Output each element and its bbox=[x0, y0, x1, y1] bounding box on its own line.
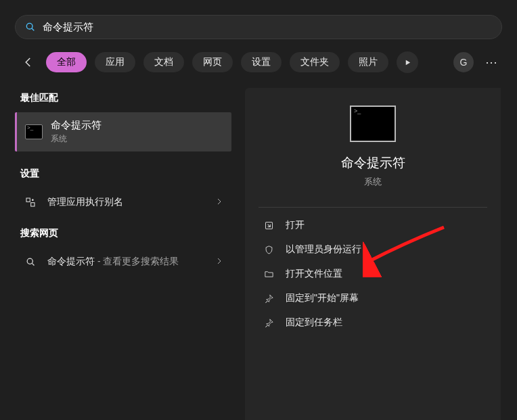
preview-title: 命令提示符 bbox=[258, 154, 487, 172]
back-button[interactable] bbox=[19, 53, 38, 72]
divider bbox=[258, 207, 487, 208]
best-match-item[interactable]: 命令提示符 系统 bbox=[15, 112, 231, 151]
filter-settings[interactable]: 设置 bbox=[241, 52, 282, 72]
settings-item-label: 管理应用执行别名 bbox=[47, 196, 123, 208]
filter-more-play[interactable] bbox=[397, 51, 418, 73]
preview-subtitle: 系统 bbox=[258, 176, 487, 188]
chevron-right-icon bbox=[215, 197, 223, 208]
filter-row: 全部 应用 文档 网页 设置 文件夹 照片 G ⋯ bbox=[19, 50, 502, 74]
filter-folders[interactable]: 文件夹 bbox=[290, 52, 340, 72]
filter-web[interactable]: 网页 bbox=[192, 52, 233, 72]
preview-panel: 命令提示符 系统 打开 以管理员身份运行 打开文件位置 固定到"开始"屏幕 固定… bbox=[245, 88, 501, 420]
search-box[interactable] bbox=[15, 15, 502, 39]
preview-app-icon bbox=[350, 106, 396, 142]
action-label: 固定到任务栏 bbox=[286, 317, 342, 329]
pin-icon bbox=[261, 294, 276, 304]
action-label: 以管理员身份运行 bbox=[286, 243, 361, 256]
svg-rect-2 bbox=[26, 198, 30, 202]
search-icon bbox=[25, 22, 36, 32]
action-run-as-admin[interactable]: 以管理员身份运行 bbox=[258, 237, 487, 262]
web-header: 搜索网页 bbox=[15, 223, 231, 248]
open-icon bbox=[261, 220, 276, 231]
action-pin-to-taskbar[interactable]: 固定到任务栏 bbox=[258, 310, 487, 335]
filter-all[interactable]: 全部 bbox=[46, 52, 87, 72]
action-pin-to-start[interactable]: 固定到"开始"屏幕 bbox=[258, 286, 487, 310]
chevron-right-icon bbox=[215, 256, 223, 267]
results-left-column: 最佳匹配 命令提示符 系统 设置 管理应用执行别名 搜索网页 命令提示符 - 查… bbox=[15, 88, 231, 276]
shield-icon bbox=[261, 245, 276, 255]
alias-icon bbox=[23, 197, 38, 208]
settings-item-aliases[interactable]: 管理应用执行别名 bbox=[15, 188, 231, 216]
svg-line-1 bbox=[32, 28, 34, 30]
action-open-file-location[interactable]: 打开文件位置 bbox=[258, 262, 487, 286]
cmd-icon bbox=[25, 124, 43, 139]
search-icon bbox=[23, 257, 38, 267]
user-avatar[interactable]: G bbox=[453, 52, 474, 72]
filter-photos[interactable]: 照片 bbox=[348, 52, 388, 72]
svg-line-6 bbox=[32, 263, 34, 265]
search-input[interactable] bbox=[43, 22, 492, 33]
best-match-title: 命令提示符 bbox=[51, 119, 102, 132]
filter-apps[interactable]: 应用 bbox=[95, 52, 135, 72]
best-match-subtitle: 系统 bbox=[51, 133, 102, 145]
svg-rect-3 bbox=[31, 203, 35, 206]
best-match-header: 最佳匹配 bbox=[15, 88, 231, 112]
settings-header: 设置 bbox=[15, 164, 231, 188]
action-label: 固定到"开始"屏幕 bbox=[286, 292, 359, 304]
svg-point-4 bbox=[32, 199, 34, 201]
folder-icon bbox=[261, 269, 276, 279]
action-label: 打开文件位置 bbox=[286, 268, 342, 280]
web-search-item[interactable]: 命令提示符 - 查看更多搜索结果 bbox=[15, 248, 231, 276]
more-options[interactable]: ⋯ bbox=[482, 55, 502, 70]
svg-point-5 bbox=[27, 258, 32, 264]
web-item-query: 命令提示符 bbox=[47, 256, 95, 266]
svg-point-0 bbox=[26, 23, 32, 29]
web-item-suffix: - 查看更多搜索结果 bbox=[95, 256, 179, 266]
pin-icon bbox=[261, 318, 276, 328]
action-label: 打开 bbox=[286, 219, 305, 231]
filter-docs[interactable]: 文档 bbox=[143, 52, 184, 72]
action-open[interactable]: 打开 bbox=[258, 213, 487, 237]
